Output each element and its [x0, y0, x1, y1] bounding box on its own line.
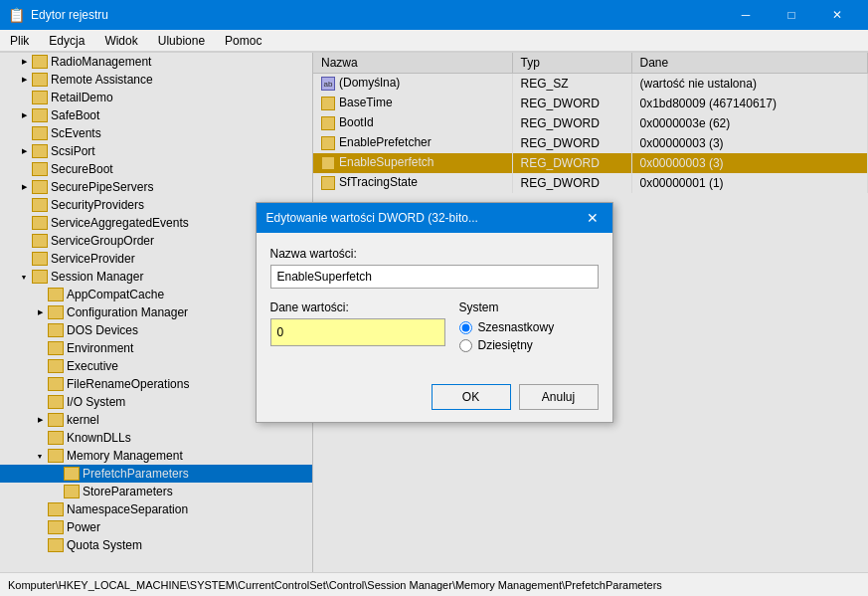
app-icon: 📋 — [8, 7, 25, 23]
radio-hex-label[interactable]: Szesnastkowy — [478, 320, 555, 334]
menu-widok[interactable]: Widok — [94, 32, 147, 50]
menu-plik[interactable]: Plik — [0, 32, 39, 50]
dialog-close-button[interactable]: ✕ — [583, 208, 603, 228]
status-bar: Komputer\HKEY_LOCAL_MACHINE\SYSTEM\Curre… — [0, 572, 868, 596]
ok-button[interactable]: OK — [432, 384, 511, 410]
modal-overlay: Edytowanie wartości DWORD (32-bito... ✕ … — [0, 53, 868, 572]
radio-dec-option[interactable]: Dziesiętny — [459, 338, 599, 352]
system-label: System — [459, 300, 599, 314]
status-text: Komputer\HKEY_LOCAL_MACHINE\SYSTEM\Curre… — [8, 579, 662, 591]
dialog-buttons: OK Anuluj — [257, 378, 612, 422]
menu-bar: Plik Edycja Widok Ulubione Pomoc — [0, 30, 868, 52]
radio-dec[interactable] — [459, 339, 472, 352]
menu-edycja[interactable]: Edycja — [39, 32, 94, 50]
field-name-input[interactable] — [270, 265, 599, 289]
radio-hex[interactable] — [459, 321, 472, 334]
close-button[interactable]: ✕ — [814, 0, 860, 30]
main-content: RadioManagementRemote AssistanceRetailDe… — [0, 52, 868, 572]
cancel-button[interactable]: Anuluj — [519, 384, 599, 410]
dialog-data-section: Dane wartości: — [270, 300, 445, 356]
dialog-title: Edytowanie wartości DWORD (32-bito... — [266, 211, 478, 225]
menu-pomoc[interactable]: Pomoc — [215, 32, 271, 50]
dialog-row: Dane wartości: System Szesnastkowy Dzies… — [270, 300, 599, 356]
radio-hex-option[interactable]: Szesnastkowy — [459, 320, 599, 334]
radio-dec-label[interactable]: Dziesiętny — [478, 338, 533, 352]
window-controls: ─ □ ✕ — [723, 0, 860, 30]
maximize-button[interactable]: □ — [769, 0, 814, 30]
menu-ulubione[interactable]: Ulubione — [148, 32, 215, 50]
minimize-button[interactable]: ─ — [723, 0, 769, 30]
window-title: Edytor rejestru — [31, 8, 723, 22]
dialog-title-bar: Edytowanie wartości DWORD (32-bito... ✕ — [257, 203, 612, 233]
dialog-dword: Edytowanie wartości DWORD (32-bito... ✕ … — [256, 202, 613, 423]
title-bar: 📋 Edytor rejestru ─ □ ✕ — [0, 0, 868, 30]
dialog-system-section: System Szesnastkowy Dziesiętny — [459, 300, 599, 356]
field-data-input[interactable] — [270, 318, 445, 346]
field-name-label: Nazwa wartości: — [270, 247, 599, 261]
field-data-label: Dane wartości: — [270, 300, 445, 314]
dialog-body: Nazwa wartości: Dane wartości: System Sz… — [257, 233, 612, 378]
